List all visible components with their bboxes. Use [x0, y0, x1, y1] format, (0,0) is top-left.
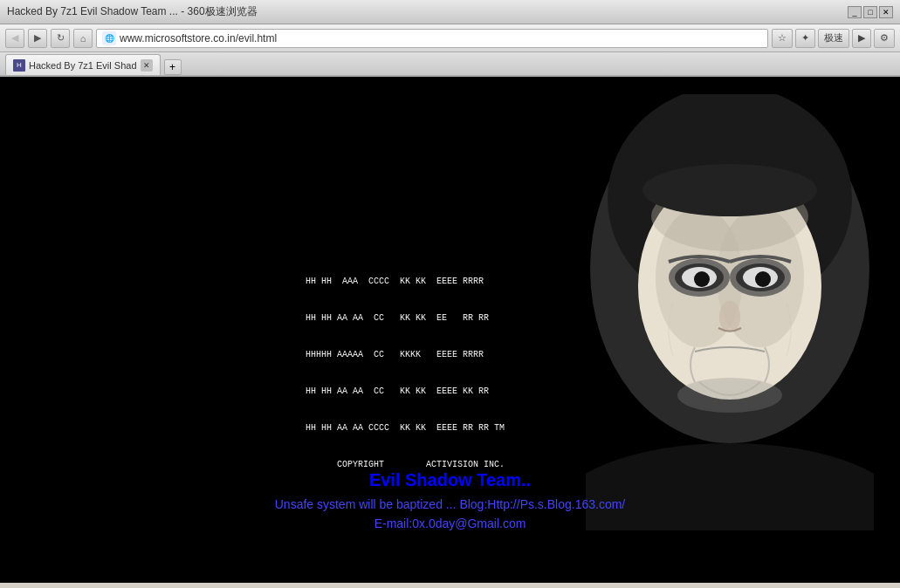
settings-button[interactable]: ⚙: [874, 29, 895, 48]
email-contact-text: E-mail:0x.0day@Gmail.com: [0, 516, 900, 530]
window-title: Hacked By 7z1 Evil Shadow Team ... - 360…: [7, 4, 848, 19]
svg-point-15: [719, 301, 740, 332]
title-bar: Hacked By 7z1 Evil Shadow Team ... - 360…: [0, 0, 900, 24]
minimize-button[interactable]: _: [848, 6, 862, 18]
close-button[interactable]: ✕: [879, 6, 893, 18]
home-button[interactable]: ⌂: [73, 29, 93, 48]
anonymous-mask-image: [586, 94, 874, 530]
ascii-line-1: HH HH AAA CCCC KK KK EEEE RRRR: [306, 276, 505, 288]
ascii-line-5: HH HH AA AA CCCC KK KK EEEE RR RR TM: [306, 422, 505, 434]
svg-point-14: [755, 271, 771, 287]
bookmark-button[interactable]: ☆: [772, 29, 793, 48]
address-icon: 🌐: [102, 31, 116, 45]
ascii-art: HH HH AAA CCCC KK KK EEEE RRRR HH HH AA …: [306, 251, 505, 496]
svg-point-17: [677, 378, 782, 413]
nav-bar: ◀ ▶ ↻ ⌂ 🌐 www.microsoftstore.co.in/evil.…: [0, 24, 900, 52]
nav-right-buttons: ☆ ✦ 极速 ▶ ⚙: [772, 29, 895, 48]
svg-point-13: [694, 271, 710, 287]
tab-close-button[interactable]: ✕: [141, 59, 153, 72]
go-button[interactable]: ▶: [852, 29, 871, 48]
back-button[interactable]: ◀: [5, 29, 24, 48]
ascii-copyright: COPYRIGHT ACTIVISION INC.: [306, 459, 505, 471]
ascii-line-2: HH HH AA AA CC KK KK EE RR RR: [306, 312, 505, 325]
url-text: www.microsoftstore.co.in/evil.html: [120, 32, 277, 44]
bottom-text-container: Evil Shadow Team.. Unsafe system will be…: [0, 470, 900, 530]
forward-button[interactable]: ▶: [28, 29, 47, 48]
tab-title: Hacked By 7z1 Evil Shad: [29, 60, 137, 71]
tab-bar: H Hacked By 7z1 Evil Shad ✕ +: [0, 52, 900, 77]
active-tab[interactable]: H Hacked By 7z1 Evil Shad ✕: [5, 54, 161, 75]
unsafe-system-text: Unsafe system will be baptized ... Blog:…: [0, 497, 900, 511]
window-controls: _ □ ✕: [848, 6, 893, 18]
tab-favicon: H: [13, 59, 25, 72]
rss-button[interactable]: ✦: [795, 29, 815, 48]
page-content: HH HH AAA CCCC KK KK EEEE RRRR HH HH AA …: [0, 77, 900, 583]
evil-shadow-title: Evil Shadow Team..: [0, 470, 900, 490]
refresh-button[interactable]: ↻: [51, 29, 70, 48]
new-tab-button[interactable]: +: [164, 59, 182, 75]
maximize-button[interactable]: □: [863, 6, 877, 18]
address-bar[interactable]: 🌐 www.microsoftstore.co.in/evil.html: [96, 29, 768, 48]
speed-dial-button[interactable]: 极速: [818, 29, 849, 48]
ascii-line-4: HH HH AA AA CC KK KK EEEE KK RR: [306, 386, 505, 398]
ascii-line-3: HHHHH AAAAA CC KKKK EEEE RRRR: [306, 349, 505, 361]
svg-point-16: [642, 164, 817, 216]
